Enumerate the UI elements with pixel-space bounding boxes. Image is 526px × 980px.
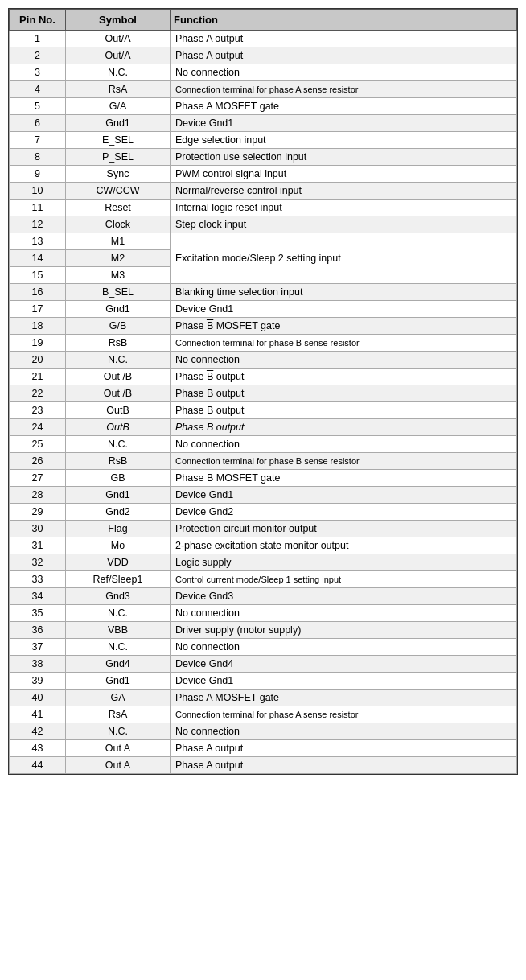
pin-number: 26 [10,453,66,470]
table-row: 36VBBDriver supply (motor supply) [10,622,517,639]
pin-function: Normal/reverse control input [171,183,517,200]
pin-number: 37 [10,639,66,656]
pin-symbol: Gnd3 [66,588,171,605]
pin-number: 41 [10,706,66,723]
pin-function: No connection [171,723,517,740]
table-row: 26RsBConnection terminal for phase B sen… [10,453,517,470]
pin-number: 22 [10,385,66,402]
table-row: 9SyncPWM control signal input [10,166,517,183]
header-pin: Pin No. [10,10,66,31]
pin-function: Blanking time selection input [171,284,517,301]
table-row: 33Ref/Sleep1Control current mode/Sleep 1… [10,571,517,588]
pin-number: 3 [10,64,66,81]
table-row: 4RsAConnection terminal for phase A sens… [10,81,517,98]
pin-number: 25 [10,436,66,453]
pin-symbol: B_SEL [66,284,171,301]
pin-number: 31 [10,537,66,554]
pin-number: 13 [10,233,66,250]
pin-number: 38 [10,656,66,673]
table-row: 30FlagProtection circuit monitor output [10,521,517,537]
table-row: 31Mo2-phase excitation state monitor out… [10,537,517,554]
pin-number: 10 [10,183,66,200]
table-row: 17Gnd1Device Gnd1 [10,301,517,318]
pin-number: 32 [10,554,66,571]
pin-symbol: Clock [66,216,171,233]
pin-function: Device Gnd1 [171,115,517,132]
pin-symbol: Gnd4 [66,656,171,673]
pin-symbol: GB [66,470,171,487]
pin-symbol: RsB [66,335,171,352]
pin-number: 14 [10,250,66,267]
pin-symbol: Out/A [66,31,171,47]
pin-symbol: VDD [66,554,171,571]
pin-number: 15 [10,267,66,284]
pin-function: Device Gnd1 [171,487,517,504]
table-row: 8P_SELProtection use selection input [10,149,517,166]
pin-function: Phase A MOSFET gate [171,98,517,115]
table-row: 19RsBConnection terminal for phase B sen… [10,335,517,352]
pin-symbol: Sync [66,166,171,183]
pin-number: 18 [10,318,66,335]
pin-function: Step clock input [171,216,517,233]
pin-symbol: G/A [66,98,171,115]
pin-function: Connection terminal for phase A sense re… [171,706,517,723]
pin-number: 33 [10,571,66,588]
table-row: 16B_SELBlanking time selection input [10,284,517,301]
table-row: 7E_SELEdge selection input [10,132,517,149]
pin-table-container: Pin No. Symbol Function 1Out/APhase A ou… [8,8,518,775]
header-function: Function [171,10,517,31]
pin-symbol: N.C. [66,639,171,656]
pin-symbol: Out/A [66,47,171,64]
pin-number: 7 [10,132,66,149]
pin-function: Phase B output [171,385,517,402]
table-row: 44Out APhase A output [10,757,517,774]
table-row: 6Gnd1Device Gnd1 [10,115,517,132]
pin-number: 42 [10,723,66,740]
pin-number: 12 [10,216,66,233]
table-row: 5G/APhase A MOSFET gate [10,98,517,115]
pin-symbol: Gnd1 [66,115,171,132]
pin-function: Phase A output [171,31,517,47]
pin-symbol: Reset [66,200,171,216]
pin-function: Phase B MOSFET gate [171,470,517,487]
table-row: 27GBPhase B MOSFET gate [10,470,517,487]
pin-function: Phase A output [171,757,517,774]
table-row: 20N.C.No connection [10,352,517,369]
pin-function: Protection use selection input [171,149,517,166]
pin-symbol: G/B [66,318,171,335]
pin-symbol: N.C. [66,352,171,369]
pin-symbol: Out A [66,757,171,774]
pin-function: No connection [171,64,517,81]
pin-function: PWM control signal input [171,166,517,183]
table-row: 40GAPhase A MOSFET gate [10,690,517,706]
pin-function: Device Gnd1 [171,673,517,690]
pin-symbol: E_SEL [66,132,171,149]
pin-number: 28 [10,487,66,504]
pin-symbol: N.C. [66,605,171,622]
pin-symbol: Gnd1 [66,487,171,504]
table-header-row: Pin No. Symbol Function [10,10,517,31]
table-row: 2Out/APhase A output [10,47,517,64]
pin-symbol: OutB [66,402,171,419]
pin-function: Phase A output [171,740,517,757]
pin-table: Pin No. Symbol Function 1Out/APhase A ou… [9,9,517,774]
pin-function: Logic supply [171,554,517,571]
pin-function: Phase B MOSFET gate [171,318,517,335]
pin-symbol: Gnd1 [66,301,171,318]
pin-function: No connection [171,436,517,453]
pin-function: Driver supply (motor supply) [171,622,517,639]
pin-function: Protection circuit monitor output [171,521,517,537]
pin-number: 1 [10,31,66,47]
pin-number: 44 [10,757,66,774]
pin-symbol: RsA [66,81,171,98]
pin-number: 16 [10,284,66,301]
pin-symbol: RsB [66,453,171,470]
pin-symbol: CW/CCW [66,183,171,200]
pin-symbol: Out /B [66,369,171,385]
pin-function: Device Gnd2 [171,504,517,521]
pin-symbol: P_SEL [66,149,171,166]
table-row: 24OutBPhase B output [10,419,517,436]
pin-symbol: VBB [66,622,171,639]
pin-number: 9 [10,166,66,183]
pin-number: 6 [10,115,66,132]
